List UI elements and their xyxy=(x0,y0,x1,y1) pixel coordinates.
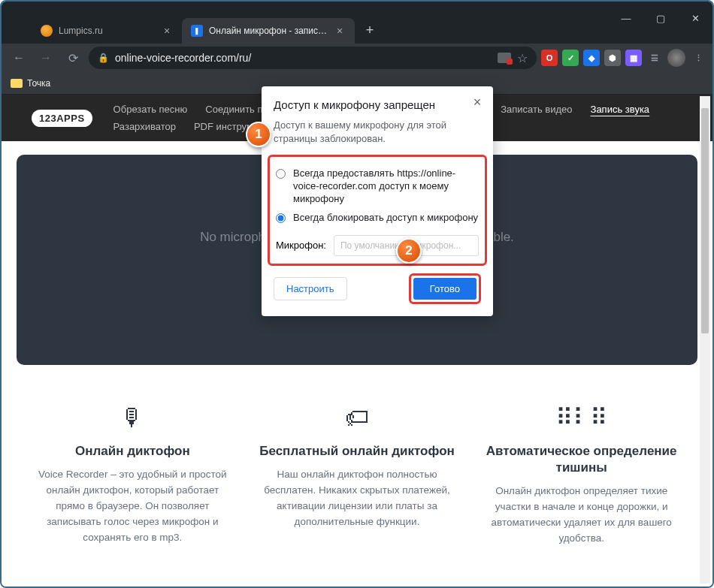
reload-button[interactable]: ⟳ xyxy=(62,47,84,69)
close-icon[interactable]: × xyxy=(334,25,346,37)
bookmark-label: Точка xyxy=(27,78,50,89)
tab-strip: Lumpics.ru × ❚ Онлайн микрофон - запись … xyxy=(2,12,712,44)
titlebar xyxy=(2,2,712,12)
ext-icon[interactable]: ▦ xyxy=(625,50,642,66)
waveform-icon: ⠿⠇⠿ xyxy=(480,401,682,434)
nav-link[interactable]: Обрезать песню xyxy=(113,104,188,115)
popup-desc: Доступ к вашему микрофону для этой стран… xyxy=(274,119,481,146)
done-button-highlight: Готово xyxy=(409,273,481,304)
scroll-thumb[interactable] xyxy=(701,108,709,333)
bookmark-star-icon[interactable]: ☆ xyxy=(517,51,528,65)
free-tag-icon: 🏷 xyxy=(256,401,458,434)
feature-desc: Наш онлайн диктофон полностью бесплатен.… xyxy=(256,467,458,530)
mic-permission-popup: × Доступ к микрофону запрещен Доступ к в… xyxy=(262,86,493,316)
window-controls: — ▢ ✕ xyxy=(609,3,712,33)
close-window-button[interactable]: ✕ xyxy=(678,3,712,33)
back-button[interactable]: ← xyxy=(8,47,30,69)
folder-icon xyxy=(11,79,23,88)
radio-input[interactable] xyxy=(276,169,286,179)
profile-avatar[interactable] xyxy=(667,49,685,67)
feature-card: 🎙 Онлайн диктофон Voice Recorder – это у… xyxy=(32,401,234,547)
features-row: 🎙 Онлайн диктофон Voice Recorder – это у… xyxy=(2,378,712,569)
annotation-callout-1: 1 xyxy=(246,122,271,147)
site-logo[interactable]: 123APPS xyxy=(32,110,92,127)
radio-block[interactable]: Всегда блокировать доступ к микрофону xyxy=(276,209,479,228)
address-bar: ← → ⟳ 🔒 online-voice-recorder.com/ru/ ☆ … xyxy=(2,44,712,72)
ext-icon[interactable]: ◆ xyxy=(583,50,600,66)
favicon-icon xyxy=(41,25,53,37)
menu-icon[interactable]: ⋮ xyxy=(690,50,706,66)
feature-card: 🏷 Бесплатный онлайн диктофон Наш онлайн … xyxy=(256,401,458,547)
mic-select-row: Микрофон: xyxy=(276,235,479,256)
close-icon[interactable]: × xyxy=(470,95,484,109)
camera-blocked-icon[interactable] xyxy=(498,53,511,63)
mic-label: Микрофон: xyxy=(276,240,326,251)
feature-card: ⠿⠇⠿ Автоматическое определение тишины Он… xyxy=(480,401,682,547)
tab-voice-recorder[interactable]: ❚ Онлайн микрофон - запись гол × xyxy=(182,18,355,44)
forward-button[interactable]: → xyxy=(35,47,57,69)
radio-label: Всегда блокировать доступ к микрофону xyxy=(293,212,478,225)
microphone-icon: 🎙 xyxy=(32,401,234,434)
ext-icon[interactable]: ✓ xyxy=(562,50,579,66)
nav-link[interactable]: Записать видео xyxy=(501,104,572,115)
radio-label: Всегда предоставлять https://online-voic… xyxy=(293,167,479,206)
minimize-button[interactable]: — xyxy=(609,3,643,33)
feature-desc: Онлайн диктофон определяет тихие участки… xyxy=(480,484,682,547)
tab-title: Онлайн микрофон - запись гол xyxy=(209,26,328,36)
feature-title: Автоматическое определение тишины xyxy=(480,443,682,476)
nav-link-active[interactable]: Запись звука xyxy=(591,104,650,115)
close-icon[interactable]: × xyxy=(161,25,173,37)
ext-icon[interactable]: O xyxy=(541,50,558,66)
permission-options-highlight: Всегда предоставлять https://online-voic… xyxy=(268,155,487,266)
extension-icons: O ✓ ◆ ⬢ ▦ ☰ ⋮ xyxy=(541,49,706,67)
reading-list-icon[interactable]: ☰ xyxy=(646,50,663,66)
tab-lumpics[interactable]: Lumpics.ru × xyxy=(32,18,182,44)
maximize-button[interactable]: ▢ xyxy=(643,3,678,33)
ext-icon[interactable]: ⬢ xyxy=(604,50,621,66)
done-button[interactable]: Готово xyxy=(413,278,477,300)
url-text: online-voice-recorder.com/ru/ xyxy=(115,52,492,64)
popup-actions: Настроить Готово xyxy=(274,273,481,304)
lock-icon: 🔒 xyxy=(98,53,109,63)
feature-desc: Voice Recorder – это удобный и простой о… xyxy=(32,467,234,546)
popup-title: Доступ к микрофону запрещен xyxy=(274,98,481,111)
omnibox[interactable]: 🔒 online-voice-recorder.com/ru/ ☆ xyxy=(89,47,537,69)
bookmark-item[interactable]: Точка xyxy=(11,78,50,89)
radio-input[interactable] xyxy=(276,213,286,223)
tab-title: Lumpics.ru xyxy=(59,26,155,36)
configure-button[interactable]: Настроить xyxy=(274,277,347,300)
annotation-callout-2: 2 xyxy=(396,238,422,264)
nav-link[interactable]: Разархиватор xyxy=(113,121,176,132)
radio-allow[interactable]: Всегда предоставлять https://online-voic… xyxy=(276,164,479,209)
favicon-icon: ❚ xyxy=(191,25,203,37)
new-tab-button[interactable]: + xyxy=(359,20,380,41)
vertical-scrollbar[interactable] xyxy=(700,96,710,583)
feature-title: Бесплатный онлайн диктофон xyxy=(256,443,458,460)
feature-title: Онлайн диктофон xyxy=(32,443,234,460)
